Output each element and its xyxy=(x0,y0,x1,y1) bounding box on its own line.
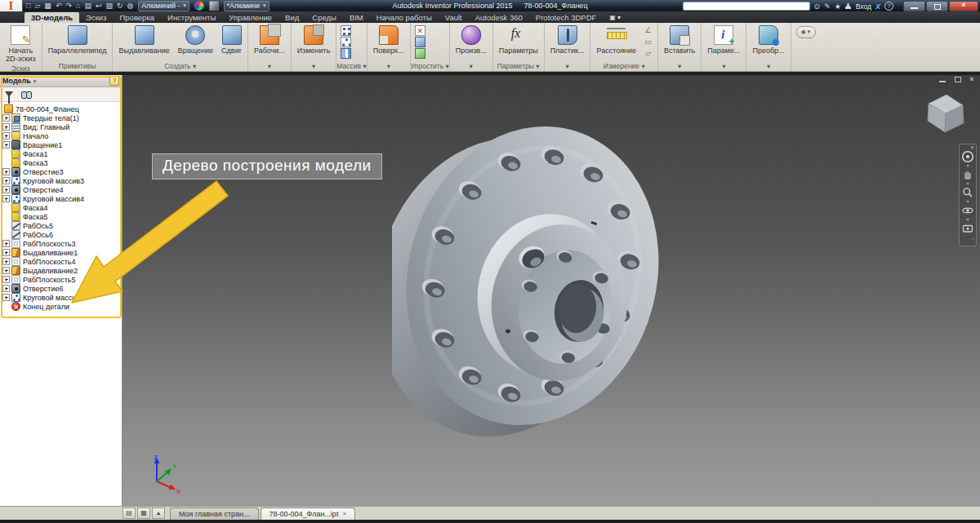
tree-item[interactable]: РабОсь5 xyxy=(0,221,122,230)
sign-in-button[interactable]: Вход xyxy=(856,2,871,11)
navbar-options-icon[interactable]: ◦ xyxy=(973,236,974,242)
measure-area-icon[interactable] xyxy=(643,37,653,47)
color-wheel-icon[interactable] xyxy=(194,1,204,11)
freeform-button[interactable]: Произв... xyxy=(452,24,490,55)
measure-distance-button[interactable]: Расстояние xyxy=(593,24,639,55)
tree-item[interactable]: Фаска4 xyxy=(0,203,122,212)
return-icon[interactable]: ↩ xyxy=(96,0,102,11)
doc-restore-button[interactable] xyxy=(953,76,961,83)
doc-minimize-button[interactable] xyxy=(938,76,947,83)
revolve-button[interactable]: Вращение xyxy=(175,24,216,55)
box-primitive-button[interactable]: Параллелепипед xyxy=(45,24,110,55)
redo-icon[interactable]: ↷ xyxy=(65,0,72,11)
parameters-button[interactable]: Параметры xyxy=(496,24,541,55)
graphics-viewport[interactable]: × ✕ ▾▾▾▾◦ Дерево построения модели xyxy=(122,75,980,506)
tab-инструменты[interactable]: Инструменты xyxy=(161,12,222,23)
ribbon-group-label[interactable]: ▾ xyxy=(702,61,746,71)
avatar-icon[interactable] xyxy=(845,3,852,10)
browser-title[interactable]: Модель▾ xyxy=(2,77,36,85)
render-icon[interactable]: ▧ xyxy=(105,0,113,11)
exchange-apps-icon[interactable]: X xyxy=(875,2,880,11)
restore-button[interactable] xyxy=(926,1,948,11)
tree-item[interactable]: Круговой массив3 xyxy=(0,176,122,185)
ribbon-group-label[interactable]: Параметры ▾ xyxy=(493,61,544,71)
tab-autodesk-360[interactable]: Autodesk 360 xyxy=(469,12,529,23)
tab-эскиз[interactable]: Эскиз xyxy=(79,12,113,23)
tree-item[interactable]: РабОсь6 xyxy=(0,230,122,239)
tree-item[interactable]: РабПлоскость4 xyxy=(0,257,122,266)
document-tab[interactable]: Моя главная стран... xyxy=(170,507,259,520)
expand-plus-icon[interactable] xyxy=(2,168,10,175)
navigation-wheel-icon[interactable] xyxy=(961,150,974,163)
tree-item[interactable]: Конец детали xyxy=(0,302,122,311)
expand-plus-icon[interactable] xyxy=(2,114,10,122)
ribbon-group-label[interactable]: Примитивы xyxy=(42,61,113,71)
orbit-icon[interactable] xyxy=(961,204,974,217)
expand-plus-icon[interactable] xyxy=(2,276,10,283)
tree-item[interactable]: Фаска1 xyxy=(0,149,122,158)
help-icon[interactable]: ? xyxy=(884,2,893,11)
search-input[interactable] xyxy=(683,2,810,11)
close-tab-icon[interactable]: × xyxy=(342,508,346,520)
sweep-button[interactable]: Сдвиг xyxy=(218,24,245,55)
tab-vault[interactable]: Vault xyxy=(439,12,469,23)
expand-plus-icon[interactable] xyxy=(2,132,10,140)
simplify-exclude-icon[interactable] xyxy=(415,25,425,36)
switch-windows-icon[interactable]: ▤ xyxy=(84,0,91,11)
cascade-windows-icon[interactable]: ▤ xyxy=(122,507,136,519)
screencast-camera-icon[interactable]: ▣ ▾ xyxy=(609,12,621,23)
undo-icon[interactable]: ↶ xyxy=(56,0,62,11)
expand-plus-icon[interactable] xyxy=(2,123,10,131)
browser-help-button[interactable]: ? xyxy=(109,76,119,86)
ribbon-group-label[interactable]: ▾ xyxy=(292,61,336,71)
open-icon[interactable]: ▱ xyxy=(34,0,40,11)
mirror-icon[interactable] xyxy=(341,48,351,59)
convert-button[interactable]: Преобр... xyxy=(749,24,787,55)
expand-plus-icon[interactable] xyxy=(2,267,10,274)
pen-icon[interactable]: ✎ xyxy=(824,2,831,11)
simplify-envelope-icon[interactable] xyxy=(415,48,425,59)
expand-plus-icon[interactable] xyxy=(2,249,10,256)
tree-item[interactable]: Фаска3 xyxy=(0,158,122,167)
ribbon-group-label[interactable]: ▾ xyxy=(545,61,590,71)
ribbon-group-label[interactable]: Упростить ▾ xyxy=(411,61,449,71)
tree-item[interactable]: Вид: Главный xyxy=(0,122,122,131)
search-tools-icon[interactable]: ⊙ xyxy=(814,2,821,11)
find-binoculars-icon[interactable] xyxy=(21,91,33,99)
tab-prototech-3dpdf[interactable]: Prototech 3DPDF xyxy=(529,12,603,23)
filter-funnel-icon[interactable] xyxy=(5,91,13,97)
ribbon-group-label[interactable]: Массив ▾ xyxy=(336,61,366,71)
ribbon-group-label[interactable]: ▾ xyxy=(248,61,291,71)
ribbon-group-label[interactable]: ▾ xyxy=(450,61,492,71)
viewcube[interactable] xyxy=(918,86,970,139)
ribbon-group-label[interactable]: ▾ xyxy=(658,61,701,71)
tile-windows-icon[interactable]: ▦ xyxy=(137,507,150,519)
tree-item[interactable]: Фаска5 xyxy=(0,212,122,221)
expand-plus-icon[interactable] xyxy=(2,141,10,148)
zoom-icon[interactable] xyxy=(961,186,974,199)
home-icon[interactable]: ⌂ xyxy=(76,0,80,11)
tree-item[interactable]: Выдавливание1 xyxy=(0,248,122,257)
tree-item[interactable]: Круговой массив4 xyxy=(0,194,122,203)
expand-plus-icon[interactable] xyxy=(2,195,10,202)
tab-проверка[interactable]: Проверка xyxy=(113,12,161,23)
doc-close-button[interactable]: × xyxy=(968,76,976,83)
update-icon[interactable]: ↻ xyxy=(117,0,123,11)
tree-item[interactable]: Начало xyxy=(0,131,122,140)
plastic-part-button[interactable]: Пластик... xyxy=(547,24,588,55)
tree-item[interactable]: РабПлоскость5 xyxy=(0,275,122,284)
expand-plus-icon[interactable] xyxy=(2,285,10,292)
flange-3d-part[interactable] xyxy=(392,114,735,457)
tab-начало-работы[interactable]: Начало работы xyxy=(370,12,439,23)
simplify-substitute-icon[interactable] xyxy=(415,37,425,47)
minimize-button[interactable] xyxy=(903,1,925,11)
favorites-star-icon[interactable]: ★ xyxy=(835,2,841,11)
insert-button[interactable]: Вставить xyxy=(661,24,698,55)
help-globe-icon[interactable]: ◍ xyxy=(127,0,134,11)
tree-item[interactable]: Отверстие3 xyxy=(0,167,122,176)
tree-item[interactable]: Вращение1 xyxy=(0,140,122,149)
measure-angle-icon[interactable] xyxy=(643,25,653,36)
expand-plus-icon[interactable] xyxy=(2,177,10,184)
modify-button[interactable]: Изменить xyxy=(294,24,334,55)
ribbon-group-label[interactable]: Создать ▾ xyxy=(113,61,247,71)
